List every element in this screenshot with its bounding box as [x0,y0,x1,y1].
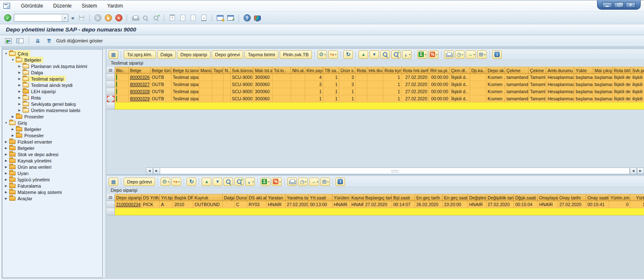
save-button[interactable] [77,13,86,23]
column-header[interactable]: En geç saat [443,194,468,201]
expand-all-button[interactable]: ⇊ [34,36,42,45]
column-header[interactable]: Depo ak.. [486,67,505,74]
row-selector[interactable] [106,74,115,81]
scroll-right-end-button[interactable]: ▶ [637,167,644,174]
select-all-corner[interactable]: ▤ [106,67,115,74]
expand-node-icon[interactable]: ▶ [4,184,8,188]
print-button[interactable] [287,178,297,186]
tree-node-prosesler[interactable]: ▶Prosesler [3,113,102,120]
tree-node-dalga[interactable]: ▶Dalga [3,69,102,76]
column-header[interactable]: Yrt.saati [309,194,332,201]
tree-node-belgeler[interactable]: ▶Belgeler [3,126,102,132]
find-button[interactable] [141,13,150,23]
column-header[interactable]: Bşl.saati [392,194,415,201]
tree-node-fiziksel-envanter[interactable]: ▶Fiziksel envanter [3,139,102,145]
tree-node-uyarı[interactable]: ▶Uyarı [3,170,102,176]
column-header[interactable]: Rota blrl. [613,67,631,74]
tree-node-sevkiyata-genel-bakış[interactable]: ▶Sevkiyata genel bakış [3,101,102,107]
document-link[interactable]: 80000329 [130,96,150,101]
expand-node-icon[interactable]: ▶ [10,128,15,131]
save-layout-button[interactable]: ↪▾ [328,50,338,59]
column-header[interactable]: Svk.bürosu [231,67,254,74]
tree-node-malzeme-akış-sistemi[interactable]: ▶Malzeme akış sistemi [3,189,102,195]
expand-node-icon[interactable]: ▶ [10,115,15,118]
column-header[interactable]: Belge [129,67,151,74]
filter-button[interactable]: ▾ [245,178,255,186]
column-header[interactable]: Yürtm.zm. [609,194,630,201]
tree-node-belgeler[interactable]: ▶Belgeler [3,145,102,151]
layout-settings-button[interactable]: ⚙▾ [317,50,327,59]
new-session-button[interactable] [216,13,224,23]
minimize-button[interactable] [602,2,612,8]
find-next-button[interactable]: + [391,50,401,59]
sort-ascending-button[interactable]: ▲ [202,178,211,186]
menu-yardım[interactable]: Yardım [102,1,128,10]
column-header[interactable]: Depo siparişi [115,194,142,201]
tree-node-stok-ve-depo-adresi[interactable]: ▶Stok ve depo adresi [3,151,102,157]
row-selector[interactable] [106,95,115,102]
depo-görevi-button[interactable]: Depo görevi [124,178,155,186]
back-button[interactable]: « [93,13,102,23]
command-dropdown-icon[interactable]: ▾ [62,14,68,21]
column-header[interactable]: Rota kyn. [383,67,402,74]
column-header[interactable]: Değiştiren [468,194,486,201]
row-selector[interactable] [106,81,115,88]
column-header[interactable]: Çekme .. [529,67,546,74]
column-header[interactable]: Amb.durumu [546,67,574,74]
expand-node-icon[interactable]: ▶ [4,172,8,175]
scrollbar-thumb[interactable] [160,167,630,174]
expand-node-icon[interactable]: ▶ [17,90,22,93]
scroll-left-end-button[interactable]: ◀ [630,167,637,174]
next-page-button[interactable]: ↓ [189,13,197,23]
column-header[interactable]: Manü.. [199,67,212,74]
subtotal-button[interactable]: %▾ [272,178,282,186]
cancel-button[interactable]: × [114,13,123,23]
export-button[interactable]: →▾ [309,178,319,186]
expand-node-icon[interactable]: ▶ [17,77,22,81]
expand-node-icon[interactable]: ▶ [4,191,8,194]
first-page-button[interactable]: ↑ [168,13,177,23]
refresh-button[interactable]: ↻ [187,178,196,186]
table-settings-button[interactable]: ▦ [109,50,118,59]
column-header[interactable]: Blo.. [115,67,129,74]
sort-descending-button[interactable]: ▼ [213,178,222,186]
customize-layout-button[interactable] [253,13,262,23]
column-header[interactable]: Yükle [574,67,593,74]
views-button[interactable]: ◷▾ [298,178,308,186]
column-header[interactable]: Yaratan [267,194,286,201]
tree-node-leh-siparişi[interactable]: ▶LEH siparişi [3,88,102,94]
find-next-button[interactable]: + [152,13,160,23]
tree-node-üretim-malzemesi-talebi[interactable]: ▶Üretim malzemesi talebi [3,107,102,113]
column-header[interactable]: TB sa.. [323,67,339,74]
last-page-button[interactable]: ↓ [200,13,208,23]
expand-node-icon[interactable]: ▶ [10,134,15,137]
column-header[interactable]: Onaylayan [538,194,558,201]
tree-node-prosesler[interactable]: ▶Prosesler [3,132,102,139]
column-header[interactable]: Başlık DPT [173,194,193,201]
column-header[interactable]: Rota hrk.tarihi [402,67,429,74]
views-button[interactable]: ◷▾ [455,50,465,59]
expand-node-icon[interactable]: ▶ [17,109,22,112]
column-header[interactable]: Rota [356,67,367,74]
column-header[interactable]: Değişiklik tarihi [486,194,514,201]
column-header[interactable]: Dp.ka.. [470,67,486,74]
expand-node-icon[interactable]: ▶ [4,153,8,156]
navigation-overview-button[interactable] [4,36,13,45]
column-header[interactable]: Yaratma tarihi [286,194,309,201]
column-header[interactable]: Dğşk.saati [514,194,538,201]
document-link[interactable]: 2100000234 [116,202,140,207]
sap-session-icon[interactable] [3,3,10,9]
collapse-all-button[interactable]: ⇈ [45,36,53,45]
expand-node-icon[interactable]: ▶ [17,84,22,87]
document-link[interactable]: 80000326 [130,75,150,80]
enter-button[interactable]: ✓ [3,13,12,23]
save-layout-button[interactable]: ↪▾ [171,178,181,186]
column-header[interactable]: Çekme [505,67,529,74]
tree-node-giriş[interactable]: ▼Giriş [3,120,102,126]
tree-node-araçlar[interactable]: ▶Araçlar [3,195,102,201]
dalga-button[interactable]: Dalga [157,50,176,59]
find-button[interactable] [223,178,233,186]
filter-button[interactable]: ▾ [402,50,412,59]
tree-node-planlanan-svk-taşıma-birimi[interactable]: ▶Planlanan svk.taşıma birimi [3,63,102,69]
column-header[interactable]: Hrk.tkv. [367,67,383,74]
